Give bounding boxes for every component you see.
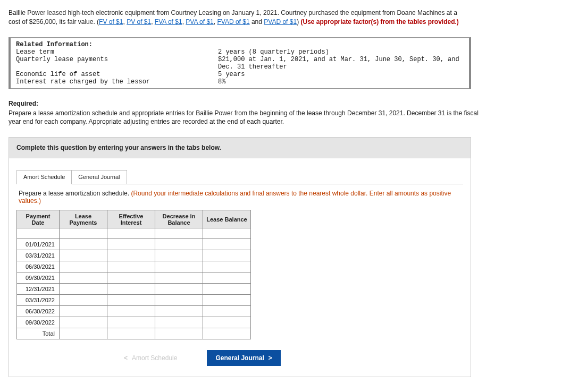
link-fv[interactable]: FV of $1 [99,18,123,25]
link-pvad[interactable]: PVAD of $1 [264,18,297,25]
col-lease-payments: Lease Payments [60,210,107,228]
cell-input[interactable] [203,306,251,317]
table-row-total: Total [17,328,251,339]
cell-input[interactable] [203,272,251,284]
cell-input[interactable] [203,239,251,250]
cell-input[interactable] [155,250,203,261]
link-fva[interactable]: FVA of $1 [155,18,182,25]
table-row: 03/31/2021 [17,250,251,261]
info-label: Lease term [16,48,218,56]
info-label: Quarterly lease payments [16,56,218,71]
info-label: Economic life of asset [16,71,218,78]
cell-input[interactable] [155,295,203,306]
cell-input[interactable] [60,228,107,239]
cell-input[interactable] [155,272,203,284]
tab-instruction: Prepare a lease amortization schedule. (… [16,184,463,210]
cell-input[interactable] [155,284,203,295]
problem-intro: Baillie Power leased high-tech electroni… [9,8,460,27]
cell-input[interactable] [60,295,107,306]
cell-input[interactable] [155,306,203,317]
cell-input[interactable] [203,317,251,328]
next-button[interactable]: General Journal > [207,350,280,366]
cell-input[interactable] [60,261,107,272]
cell-input[interactable] [203,250,251,261]
cell-input[interactable] [155,317,203,328]
cell-input[interactable] [60,284,107,295]
cell-input[interactable] [107,250,155,261]
cell-input[interactable] [107,261,155,272]
cell-input[interactable] [203,228,251,239]
table-row: 06/30/2022 [17,306,251,317]
tab-amort-schedule[interactable]: Amort Schedule [16,170,72,184]
cell-input[interactable] [155,239,203,250]
required-body: Prepare a lease amortization schedule an… [9,109,487,127]
col-effective-interest: Effective Interest [107,210,155,228]
cell-input[interactable] [60,272,107,284]
cell-input[interactable] [203,328,251,339]
cell-input[interactable] [60,328,107,339]
chevron-right-icon: > [269,354,272,362]
cell-input[interactable] [107,295,155,306]
required-heading: Required: [9,100,578,107]
col-payment-date: Payment Date [17,210,60,228]
info-value: 2 years (8 quarterly periods) [218,48,464,56]
related-information-box: Related Information: Lease term2 years (… [9,37,471,89]
info-value: 5 years [218,71,464,78]
link-fvad[interactable]: FVAD of $1 [217,18,249,25]
col-decrease-balance: Decrease in Balance [155,210,203,228]
cell-input[interactable] [155,328,203,339]
col-lease-balance: Lease Balance [203,210,251,228]
tab-general-journal[interactable]: General Journal [72,170,127,184]
nav-buttons: < Amort Schedule General Journal > [115,350,463,366]
table-row: 06/30/2021 [17,261,251,272]
cell-input[interactable] [60,306,107,317]
info-title: Related Information: [16,41,464,48]
chevron-left-icon: < [124,354,128,362]
tab-bar: Amort Schedule General Journal [16,170,463,184]
cell-input[interactable] [155,261,203,272]
cell-input[interactable] [203,284,251,295]
table-row [17,228,251,239]
cell-input[interactable] [107,306,155,317]
cell-input[interactable] [203,295,251,306]
table-row: 09/30/2022 [17,317,251,328]
info-label: Interest rate charged by the lessor [16,78,218,86]
table-row: 03/31/2022 [17,295,251,306]
link-pva[interactable]: PVA of $1 [186,18,213,25]
cell-input[interactable] [60,239,107,250]
table-row: 01/01/2021 [17,239,251,250]
cell-input[interactable] [107,328,155,339]
cell-input[interactable] [60,317,107,328]
cell-input[interactable] [107,239,155,250]
cell-input[interactable] [155,228,203,239]
cell-input[interactable] [107,228,155,239]
complete-instruction-bar: Complete this question by entering your … [9,138,471,158]
work-area: Complete this question by entering your … [9,137,471,377]
info-value: 8% [218,78,464,86]
amortization-table: Payment Date Lease Payments Effective In… [16,210,251,339]
link-pv[interactable]: PV of $1 [127,18,151,25]
cell-input[interactable] [107,284,155,295]
cell-input[interactable] [107,317,155,328]
cell-input[interactable] [107,272,155,284]
table-row: 12/31/2021 [17,284,251,295]
cell-input[interactable] [60,250,107,261]
info-value: $21,000 at Jan. 1, 2021, and at Mar. 31,… [218,56,464,71]
cell-input[interactable] [203,261,251,272]
table-row: 09/30/2021 [17,272,251,284]
prev-button: < Amort Schedule [115,350,186,366]
instruction-bold: (Use appropriate factor(s) from the tabl… [300,18,458,25]
